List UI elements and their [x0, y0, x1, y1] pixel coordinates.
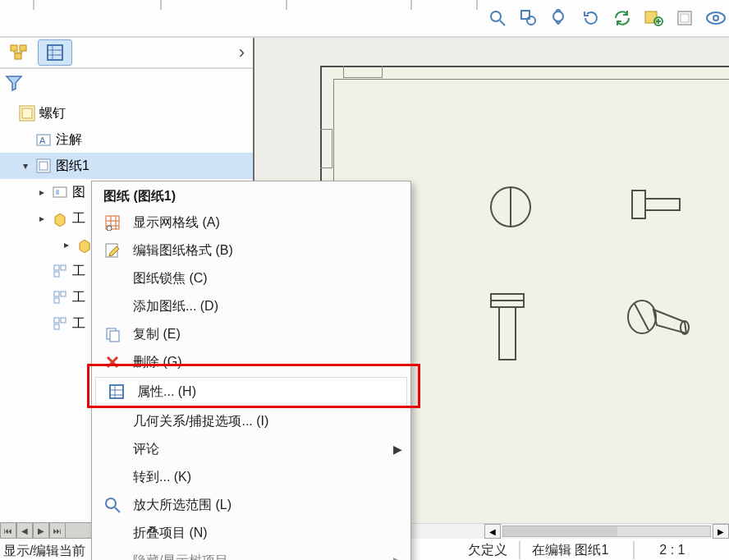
projview-icon — [51, 288, 69, 306]
svg-text:A: A — [39, 135, 46, 145]
sheet-icon[interactable] — [675, 8, 695, 28]
tree-view2-label: 工 — [72, 205, 85, 232]
svg-line-55 — [115, 507, 120, 512]
expand-icon[interactable]: ▸ — [36, 205, 48, 232]
expand-chevron-icon[interactable]: › — [239, 42, 245, 63]
status-scale: 2 : 1 — [659, 543, 685, 558]
properties-icon — [106, 383, 127, 401]
rebuild-icon[interactable] — [612, 8, 632, 28]
svg-line-43 — [635, 304, 649, 330]
collapse-icon[interactable]: ▾ — [20, 153, 31, 179]
projview-icon — [51, 262, 69, 280]
part-icon — [51, 209, 69, 227]
view-icon[interactable] — [706, 8, 726, 28]
tree-sheet1-label: 图纸1 — [56, 153, 89, 179]
svg-rect-7 — [678, 11, 691, 25]
zoom-sel-icon — [102, 496, 123, 514]
ctx-lock-focus[interactable]: 图纸锁焦 (C) — [92, 264, 410, 292]
ctx-show-grid-label: 显示网格线 (A) — [133, 214, 220, 232]
zoom-fit-icon[interactable] — [488, 8, 507, 28]
svg-rect-34 — [54, 324, 59, 329]
svg-rect-38 — [645, 199, 680, 210]
svg-rect-28 — [54, 272, 59, 277]
tree-view4-label: 工 — [72, 284, 85, 310]
ctx-collapse-label: 折叠项目 (N) — [133, 525, 208, 542]
rotate-icon[interactable] — [581, 8, 601, 28]
ctx-show-grid[interactable]: 显示网格线 (A) — [92, 209, 410, 236]
tree-annotations-label: 注解 — [56, 126, 82, 153]
view-tree-icon — [51, 183, 69, 201]
svg-rect-8 — [681, 14, 689, 22]
ctx-edit-format[interactable]: 编辑图纸格式 (B) — [92, 236, 410, 264]
status-editing: 在编辑 图纸1 — [532, 542, 608, 559]
svg-line-1 — [500, 21, 505, 25]
svg-rect-22 — [37, 159, 50, 172]
expand-icon[interactable]: ▸ — [61, 232, 72, 258]
ctx-comments-label: 评论 — [133, 441, 159, 458]
status-left: 显示/编辑当前 — [3, 543, 85, 560]
ctx-add-sheet-label: 添加图纸... (D) — [133, 298, 218, 315]
tree-annotations[interactable]: A 注解 — [0, 126, 253, 153]
svg-rect-33 — [61, 318, 66, 323]
feature-tree-tab[interactable] — [2, 40, 35, 65]
ctx-lock-focus-label: 图纸锁焦 (C) — [133, 270, 208, 287]
annotation-icon: A — [34, 131, 53, 149]
sheet-tree-icon — [34, 157, 53, 175]
ctx-hidden-more-label: 隐藏/显示树项目 — [133, 553, 228, 561]
ctx-delete-label: 删除 (G) — [133, 354, 182, 371]
screw-top-view-icon — [486, 182, 535, 232]
screw-front-view-icon — [483, 291, 532, 370]
ctx-goto[interactable]: 转到... (K) — [92, 463, 410, 491]
svg-rect-32 — [54, 318, 59, 323]
tree-view1-label: 图 — [72, 179, 85, 205]
tree-view5-label: 工 — [72, 310, 85, 337]
zoom-inout-icon[interactable] — [550, 8, 570, 28]
ctx-copy-label: 复制 (E) — [133, 326, 181, 343]
svg-point-46 — [107, 226, 112, 231]
svg-rect-24 — [53, 187, 66, 197]
grid-icon — [102, 213, 123, 232]
ctx-goto-label: 转到... (K) — [133, 469, 191, 486]
projview-icon — [51, 314, 69, 333]
svg-rect-29 — [54, 291, 59, 296]
svg-rect-13 — [15, 53, 21, 59]
svg-point-9 — [707, 12, 725, 24]
context-menu: 图纸 (图纸1) 显示网格线 (A) 编辑图纸格式 (B) 图纸锁焦 (C) 添… — [91, 181, 411, 560]
ctx-hidden-more[interactable]: 隐藏/显示树项目 ▶ — [92, 547, 410, 560]
ctx-geom-snap-label: 几何关系/捕捉选项... (I) — [133, 413, 268, 430]
ctx-zoom-sel-label: 放大所选范围 (L) — [133, 497, 232, 514]
copy-icon — [102, 325, 123, 343]
ctx-collapse[interactable]: 折叠项目 (N) — [92, 519, 410, 547]
svg-rect-14 — [48, 45, 62, 60]
ctx-copy[interactable]: 复制 (E) — [92, 320, 410, 348]
ctx-geom-snap[interactable]: 几何关系/捕捉选项... (I) — [92, 407, 410, 435]
delete-icon — [102, 353, 123, 371]
ctx-properties-label: 属性... (H) — [137, 383, 196, 401]
svg-rect-50 — [110, 385, 123, 398]
svg-point-4 — [553, 11, 563, 21]
property-tab[interactable] — [38, 39, 72, 66]
tree-sheet1[interactable]: ▾ 图纸1 — [0, 153, 253, 179]
ctx-add-sheet[interactable]: 添加图纸... (D) — [92, 292, 410, 320]
svg-rect-49 — [110, 331, 119, 342]
svg-rect-11 — [11, 45, 17, 51]
submenu-arrow-icon: ▶ — [393, 554, 402, 560]
svg-rect-41 — [499, 307, 516, 360]
config-icon[interactable] — [644, 8, 663, 28]
zoom-window-icon[interactable] — [519, 8, 539, 28]
expand-icon[interactable]: ▸ — [36, 179, 48, 205]
ctx-comments[interactable]: 评论 ▶ — [92, 435, 410, 463]
status-underdefined: 欠定义 — [468, 542, 507, 559]
svg-point-3 — [527, 16, 535, 25]
filter-icon[interactable] — [0, 69, 253, 97]
tree-root[interactable]: 螺钉 — [0, 100, 253, 126]
screw-iso-view-icon — [624, 297, 698, 355]
svg-point-10 — [713, 16, 718, 21]
tree-view3-label: 工 — [72, 258, 85, 284]
ctx-delete[interactable]: 删除 (G) — [92, 348, 410, 376]
svg-rect-25 — [56, 190, 59, 195]
ctx-zoom-sel[interactable]: 放大所选范围 (L) — [92, 491, 410, 519]
ctx-properties[interactable]: 属性... (H) — [95, 377, 407, 406]
ctx-edit-format-label: 编辑图纸格式 (B) — [133, 242, 233, 259]
screw-side-view-icon — [630, 182, 688, 227]
